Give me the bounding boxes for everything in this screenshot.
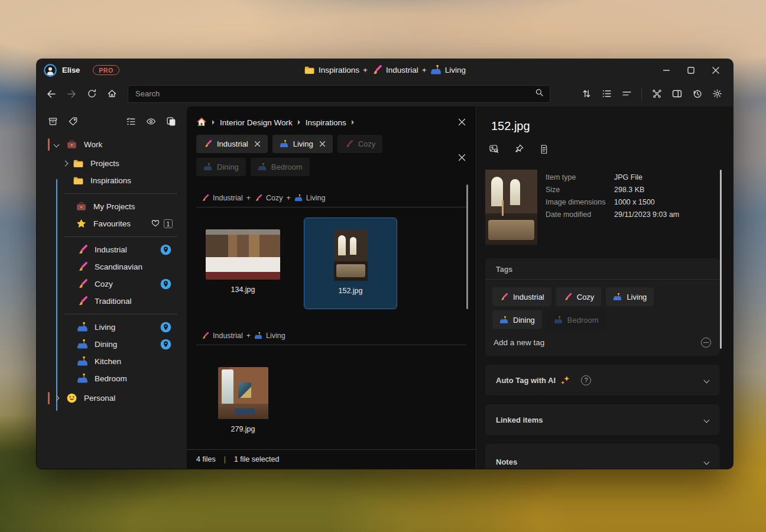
breadcrumb-item[interactable]: Interior Design Work bbox=[220, 118, 300, 127]
toolbar-right bbox=[576, 85, 727, 103]
item-tag-dining[interactable]: Dining bbox=[492, 310, 542, 329]
history-icon[interactable] bbox=[687, 85, 707, 103]
sidebar-divider bbox=[64, 193, 177, 194]
pinned-filter-badge[interactable] bbox=[160, 244, 171, 255]
minimize-button[interactable] bbox=[654, 61, 679, 79]
sidebar-item-label: Kitchen bbox=[95, 357, 121, 366]
sidebar-item-inspirations[interactable]: Inspirations bbox=[37, 172, 187, 189]
file-thumbnail[interactable] bbox=[334, 230, 368, 281]
sidebar-tag-bedroom[interactable]: Bedroom bbox=[37, 370, 187, 387]
auto-tag-section[interactable]: Auto Tag with AI bbox=[485, 365, 719, 395]
preview-thumbnail[interactable] bbox=[485, 170, 537, 245]
brush-icon bbox=[77, 278, 88, 290]
chevron-right-icon[interactable] bbox=[63, 161, 69, 167]
item-tag-bedroom-suggested[interactable]: Bedroom bbox=[547, 310, 606, 329]
item-tag-living[interactable]: Living bbox=[606, 287, 654, 306]
sidebar-tag-living[interactable]: Living bbox=[37, 319, 187, 336]
couch-icon bbox=[77, 322, 88, 333]
maximize-button[interactable] bbox=[679, 61, 703, 79]
checklist-icon[interactable] bbox=[121, 112, 141, 130]
chevron-right-icon[interactable] bbox=[54, 395, 60, 401]
add-tag-input[interactable] bbox=[494, 338, 701, 347]
breadcrumb-home[interactable] bbox=[196, 116, 215, 129]
sidebar-tag-traditional[interactable]: Traditional bbox=[37, 293, 187, 310]
duplicate-icon[interactable] bbox=[161, 112, 181, 130]
file-thumbnail[interactable] bbox=[218, 367, 268, 419]
sidebar-item-my-projects[interactable]: My Projects bbox=[37, 198, 187, 215]
file-thumbnail[interactable] bbox=[206, 229, 280, 280]
pinned-filter-badge[interactable] bbox=[160, 322, 171, 333]
scrollbar-thumb[interactable] bbox=[720, 170, 722, 349]
remove-filter-icon[interactable] bbox=[319, 141, 326, 147]
pin-icon[interactable] bbox=[511, 141, 527, 157]
file-card-279[interactable]: 279.jpg bbox=[196, 355, 290, 433]
sidebar-item-label: Personal bbox=[84, 394, 115, 403]
sidebar-tag-cozy[interactable]: Cozy bbox=[37, 275, 187, 293]
sort-icon[interactable] bbox=[576, 85, 596, 103]
title-sep: + bbox=[363, 66, 368, 74]
user-name[interactable]: Elise bbox=[62, 66, 80, 74]
clear-filters-icon[interactable] bbox=[455, 150, 469, 164]
help-icon[interactable] bbox=[581, 375, 591, 385]
settings-gear-icon[interactable] bbox=[707, 85, 727, 103]
search-icon[interactable] bbox=[535, 88, 544, 99]
archive-box-icon[interactable] bbox=[43, 112, 63, 130]
filter-chip-dining[interactable]: Dining bbox=[196, 158, 246, 176]
pinned-filter-badge[interactable] bbox=[160, 278, 171, 290]
item-tag-industrial[interactable]: Industrial bbox=[492, 287, 551, 306]
meta-value: 29/11/2023 9:03 am bbox=[614, 210, 679, 219]
group-plus: + bbox=[246, 332, 251, 340]
graph-view-icon[interactable] bbox=[647, 85, 667, 103]
sidebar-tag-industrial[interactable]: Industrial bbox=[37, 241, 187, 258]
sidebar-tag-scandinavian[interactable]: Scandinavian bbox=[37, 258, 187, 275]
pinned-filter-badge[interactable] bbox=[160, 339, 171, 350]
breadcrumb-item[interactable]: Inspirations bbox=[306, 118, 354, 127]
search-input[interactable] bbox=[135, 89, 535, 98]
group-view-icon[interactable] bbox=[616, 85, 637, 103]
filter-chip-bedroom[interactable]: Bedroom bbox=[251, 158, 310, 176]
back-button[interactable] bbox=[41, 85, 61, 103]
sidebar-item-favourites[interactable]: Favourites 1 bbox=[37, 215, 187, 232]
sidebar-item-personal[interactable]: Personal bbox=[37, 390, 187, 407]
list-view-icon[interactable] bbox=[596, 85, 616, 103]
section-title: Auto Tag with AI bbox=[496, 376, 556, 385]
scrollbar-thumb[interactable] bbox=[466, 184, 469, 309]
home-button[interactable] bbox=[102, 85, 122, 103]
sidebar: Work Projects Inspirations My Projects bbox=[37, 106, 187, 469]
document-icon[interactable] bbox=[535, 141, 552, 157]
chevron-down-icon[interactable] bbox=[704, 459, 710, 465]
open-image-icon[interactable] bbox=[486, 141, 502, 157]
filter-chip-industrial[interactable]: Industrial bbox=[196, 135, 268, 153]
chevron-down-icon[interactable] bbox=[54, 142, 60, 148]
sidebar-item-projects[interactable]: Projects bbox=[37, 155, 187, 172]
sidebar-tag-dining[interactable]: Dining bbox=[37, 336, 187, 353]
close-button[interactable] bbox=[703, 61, 728, 79]
close-breadcrumb-icon[interactable] bbox=[455, 115, 469, 129]
group-plus: + bbox=[287, 194, 291, 202]
linked-items-section[interactable]: Linked items bbox=[485, 404, 719, 435]
couch-icon bbox=[430, 64, 442, 76]
sidebar-item-work[interactable]: Work bbox=[37, 136, 187, 153]
titlebar: Elise PRO Inspirations + Industrial + Li… bbox=[37, 59, 733, 81]
user-avatar[interactable] bbox=[44, 64, 57, 77]
remove-filter-icon[interactable] bbox=[254, 141, 261, 147]
item-tag-cozy[interactable]: Cozy bbox=[556, 287, 602, 306]
refresh-button[interactable] bbox=[82, 85, 102, 103]
search-bar[interactable] bbox=[128, 85, 550, 103]
eye-preview-icon[interactable] bbox=[141, 112, 161, 130]
chevron-down-icon[interactable] bbox=[704, 377, 710, 383]
heart-icon[interactable] bbox=[151, 219, 160, 229]
side-panel-icon[interactable] bbox=[667, 85, 687, 103]
breadcrumb: Interior Design Work Inspirations bbox=[196, 115, 466, 130]
forward-button[interactable] bbox=[61, 85, 82, 103]
collapse-minus-icon[interactable] bbox=[701, 338, 711, 348]
notes-section[interactable]: Notes bbox=[485, 444, 719, 469]
filter-chip-living[interactable]: Living bbox=[272, 135, 333, 153]
file-card-152-selected[interactable]: 152.jpg bbox=[304, 218, 397, 309]
chevron-down-icon[interactable] bbox=[704, 417, 710, 423]
work-accent-bar bbox=[48, 138, 50, 151]
filter-chip-cozy[interactable]: Cozy bbox=[337, 135, 383, 153]
tag-icon[interactable] bbox=[63, 112, 83, 130]
file-card-134[interactable]: 134.jpg bbox=[196, 218, 290, 294]
sidebar-tag-kitchen[interactable]: Kitchen bbox=[37, 353, 187, 370]
